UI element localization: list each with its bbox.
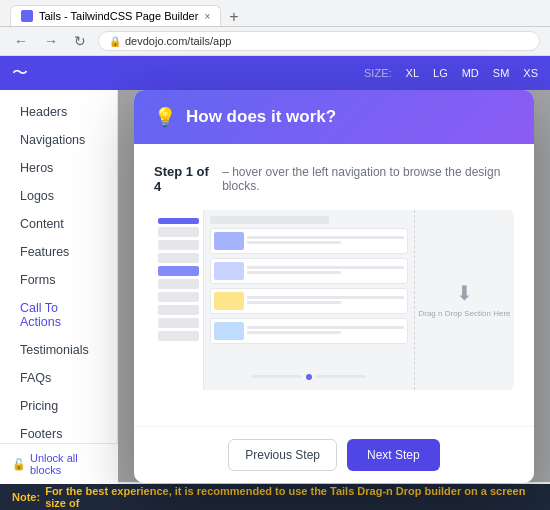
- modal-preview-image: ⬇ Drag n Drop Section Here: [154, 210, 514, 390]
- sidebar-item-content[interactable]: Content: [0, 210, 117, 238]
- step-line: Step 1 of 4 – hover over the left naviga…: [154, 164, 514, 194]
- mini-card-text: [247, 266, 404, 276]
- sidebar-item-navigations[interactable]: Navigations: [0, 126, 117, 154]
- how-it-works-modal: 💡 How does it work? Step 1 of 4 – hover …: [134, 90, 534, 483]
- mini-topbar: [210, 216, 329, 224]
- address-bar[interactable]: 🔒 devdojo.com/tails/app: [98, 31, 540, 51]
- modal-title: How does it work?: [186, 107, 336, 127]
- sidebar-item-heros[interactable]: Heros: [0, 154, 117, 182]
- mini-sidebar-item: [158, 253, 199, 263]
- size-lg[interactable]: LG: [433, 67, 448, 79]
- modal-body: Step 1 of 4 – hover over the left naviga…: [134, 144, 534, 426]
- mini-sidebar-item: [158, 292, 199, 302]
- step-text: Step 1 of 4: [154, 164, 214, 194]
- mini-card-thumbnail: [214, 322, 244, 340]
- sidebar-item-features[interactable]: Features: [0, 238, 117, 266]
- mini-sidebar-item: [158, 318, 199, 328]
- unlock-icon: 🔓: [12, 458, 26, 471]
- content-area: 💡 How does it work? Step 1 of 4 – hover …: [118, 90, 550, 482]
- sidebar-item-logos[interactable]: Logos: [0, 182, 117, 210]
- tab-close-icon[interactable]: ×: [204, 11, 210, 22]
- mini-content: [204, 210, 414, 390]
- mini-card-thumbnail: [214, 232, 244, 250]
- mini-sidebar-item: [158, 266, 199, 276]
- next-step-button[interactable]: Next Step: [347, 439, 440, 471]
- forward-button[interactable]: →: [40, 31, 62, 51]
- mini-sidebar: [154, 210, 204, 390]
- sidebar-item-pricing[interactable]: Pricing: [0, 392, 117, 420]
- size-md[interactable]: MD: [462, 67, 479, 79]
- note-label: Note:: [12, 491, 40, 503]
- size-selector: SIZE: XL LG MD SM XS: [364, 67, 538, 79]
- drop-zone: ⬇ Drag n Drop Section Here: [414, 210, 514, 390]
- drop-icon: ⬇: [456, 281, 473, 305]
- unlock-bar[interactable]: 🔓 Unlock all blocks: [0, 443, 118, 484]
- mini-card-line: [247, 296, 404, 299]
- size-label: SIZE:: [364, 67, 392, 79]
- sidebar-item-testimonials[interactable]: Testimonials: [0, 336, 117, 364]
- modal-overlay: 💡 How does it work? Step 1 of 4 – hover …: [118, 90, 550, 482]
- mini-card-text: [247, 296, 404, 306]
- new-tab-button[interactable]: +: [225, 8, 242, 26]
- modal-header: 💡 How does it work?: [134, 90, 534, 144]
- mini-sidebar-item: [158, 331, 199, 341]
- modal-footer: Previous Step Next Step: [134, 426, 534, 483]
- size-xl[interactable]: XL: [406, 67, 419, 79]
- unlock-label: Unlock all blocks: [30, 452, 106, 476]
- sidebar-item-faqs[interactable]: FAQs: [0, 364, 117, 392]
- lock-icon: 🔒: [109, 36, 121, 47]
- previous-step-button[interactable]: Previous Step: [228, 439, 337, 471]
- mini-card-line: [247, 266, 404, 269]
- browser-chrome: Tails - TailwindCSS Page Builder × +: [0, 0, 550, 27]
- mini-card-thumbnail: [214, 292, 244, 310]
- bottom-bar: Note: For the best experience, it is rec…: [0, 484, 550, 510]
- address-bar-row: ← → ↻ 🔒 devdojo.com/tails/app: [0, 27, 550, 56]
- mini-card-line-short: [247, 241, 341, 244]
- step-hint: – hover over the left navigation to brow…: [222, 165, 514, 193]
- refresh-button[interactable]: ↻: [70, 31, 90, 51]
- mini-card-line: [247, 326, 404, 329]
- mini-card-text: [247, 236, 404, 246]
- size-xs[interactable]: XS: [523, 67, 538, 79]
- top-toolbar: 〜 SIZE: XL LG MD SM XS: [0, 56, 550, 90]
- mini-card-thumbnail: [214, 262, 244, 280]
- sidebar-item-headers[interactable]: Headers: [0, 98, 117, 126]
- tab-favicon: [21, 10, 33, 22]
- mini-cards: [210, 228, 408, 366]
- mini-sidebar-item: [158, 227, 199, 237]
- mini-sidebar-item: [158, 279, 199, 289]
- mini-sidebar-item: [158, 305, 199, 315]
- app-logo: 〜: [12, 63, 28, 84]
- mini-card: [210, 228, 408, 254]
- sidebar-item-cta[interactable]: Call To Actions: [0, 294, 117, 336]
- browser-tab[interactable]: Tails - TailwindCSS Page Builder ×: [10, 5, 221, 26]
- mini-card-line-short: [247, 301, 341, 304]
- sidebar: Headers Navigations Heros Logos Content …: [0, 90, 118, 482]
- mini-card-line-short: [247, 331, 341, 334]
- size-sm[interactable]: SM: [493, 67, 510, 79]
- drop-text: Drag n Drop Section Here: [418, 309, 510, 318]
- tab-title: Tails - TailwindCSS Page Builder: [39, 10, 198, 22]
- mini-card: [210, 258, 408, 284]
- back-button[interactable]: ←: [10, 31, 32, 51]
- mini-card-line-short: [247, 271, 341, 274]
- mini-card: [210, 288, 408, 314]
- sidebar-item-forms[interactable]: Forms: [0, 266, 117, 294]
- bulb-icon: 💡: [154, 106, 176, 128]
- mini-sidebar-item: [158, 240, 199, 250]
- note-text: For the best experience, it is recommend…: [45, 485, 536, 509]
- url-text: devdojo.com/tails/app: [125, 35, 231, 47]
- main-layout: Headers Navigations Heros Logos Content …: [0, 90, 550, 482]
- mini-card-line: [247, 236, 404, 239]
- mini-card-text: [247, 326, 404, 336]
- mini-card: [210, 318, 408, 344]
